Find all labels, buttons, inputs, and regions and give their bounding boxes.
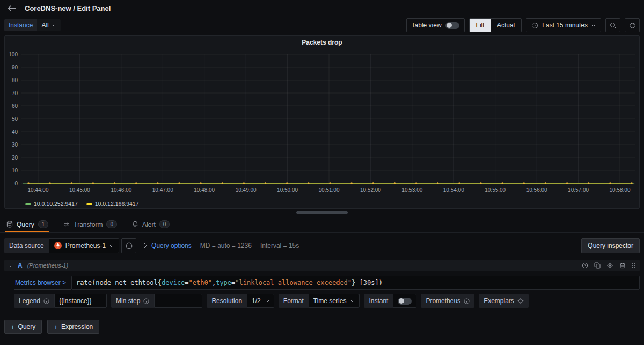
instant-toggle[interactable] [393,294,416,308]
time-series-chart[interactable]: 010203040506070809010010:44:0010:45:0010… [5,49,639,199]
svg-text:10:44:00: 10:44:00 [28,187,49,193]
query-options-row: Legend Min step Resolution 1/2 [14,294,640,308]
table-view-switch[interactable] [445,22,459,29]
format-select[interactable]: Time series [309,294,360,308]
time-range-picker[interactable]: Last 15 minutes [526,18,601,32]
metrics-browser-toggle[interactable]: Metrics browser > [14,276,71,290]
query-editor-body: Metrics browser > rate(node_net_ethtool{… [4,271,640,308]
info-icon [43,298,49,304]
trash-icon[interactable] [619,262,626,269]
svg-text:10:56:00: 10:56:00 [526,187,547,193]
add-query-button[interactable]: + Query [4,320,42,334]
chevron-down-icon[interactable] [8,264,13,267]
tab-query-label: Query [17,221,34,228]
page-header: CoreDNS-new / Edit Panel [0,0,644,16]
query-expression-input[interactable]: rate(node_net_ethtool{device="eth0",type… [71,276,640,290]
metrics-row: Metrics browser > rate(node_net_ethtool{… [14,276,640,290]
min-step-input[interactable] [154,294,202,308]
database-icon [6,221,13,228]
svg-text:80: 80 [12,77,18,83]
tab-alert-label: Alert [142,221,156,228]
chart-panel[interactable]: Packets drop 010203040506070809010010:44… [4,35,640,209]
zoom-out-button[interactable] [605,18,620,32]
svg-text:40: 40 [12,129,18,135]
eye-icon[interactable] [606,262,613,269]
query-row-a: A (Prometheus-1) Metrics browser > rate(… [4,260,640,308]
datasource-bar: Data source Prometheus-1 Query options M… [4,238,640,253]
panel-resize-handle[interactable] [296,211,348,214]
time-range-label: Last 15 minutes [542,21,588,29]
tab-query-count: 1 [38,220,49,228]
svg-text:10:45:00: 10:45:00 [69,187,90,193]
variable-value-dropdown[interactable]: All [37,19,60,31]
variable-value: All [41,21,48,29]
query-ref-id: A [18,262,23,269]
min-step-option: Min step [111,294,202,308]
prometheus-icon [54,242,62,249]
panel-title: Packets drop [5,36,639,49]
query-row-header[interactable]: A (Prometheus-1) [4,260,640,271]
legend-option: Legend [14,294,107,308]
svg-text:60: 60 [12,103,18,109]
query-options-toggle[interactable]: Query options [144,242,192,249]
copy-icon[interactable] [594,262,601,269]
plus-icon: + [54,324,58,330]
tab-alert-count: 0 [159,220,170,228]
refresh-icon [629,22,636,29]
info-icon[interactable] [464,298,470,304]
display-mode-group: Fill Actual [469,18,522,32]
exemplars-label: Exemplars [479,294,529,308]
tab-query[interactable]: Query 1 [5,217,49,232]
actual-button[interactable]: Actual [491,19,521,32]
toolbar: Instance All Table view Fill Actual Last… [0,16,644,34]
add-query-label: Query [18,323,36,330]
editor-tabs: Query 1 Transform 0 Alert 0 [0,217,644,233]
resolution-select[interactable]: 1/2 [247,294,274,308]
resolution-label: Resolution [207,294,247,308]
history-icon[interactable] [582,262,588,269]
svg-text:10:57:00: 10:57:00 [568,187,589,193]
datasource-label: Data source [4,238,49,253]
tab-transform-label: Transform [74,221,103,228]
tab-transform[interactable]: Transform 0 [62,217,118,232]
target-icon[interactable] [517,298,524,304]
svg-text:100: 100 [9,52,18,58]
prometheus-label: Prometheus [421,294,474,308]
variable-picker: Instance All [4,19,61,31]
interval-summary: Interval = 15s [260,242,299,249]
svg-text:10:52:00: 10:52:00 [360,187,381,193]
svg-text:10:51:00: 10:51:00 [319,187,340,193]
table-view-toggle[interactable]: Table view [406,18,465,32]
svg-text:10:53:00: 10:53:00 [401,187,422,193]
query-inspector-button[interactable]: Query inspector [581,238,640,253]
svg-text:90: 90 [12,64,18,70]
tab-alert[interactable]: Alert 0 [131,217,171,232]
arrow-left-icon [8,5,16,12]
legend-label: Legend [14,294,54,308]
info-icon [143,298,149,304]
svg-text:10:46:00: 10:46:00 [111,187,131,193]
legend-format-input[interactable] [54,294,107,308]
back-button[interactable] [8,5,16,12]
add-expression-button[interactable]: + Expression [47,320,99,334]
svg-text:10:55:00: 10:55:00 [485,187,506,193]
fill-button[interactable]: Fill [470,19,491,32]
min-step-label: Min step [111,294,154,308]
datasource-select[interactable]: Prometheus-1 [49,238,119,253]
transform-icon [63,221,70,228]
resolution-option: Resolution 1/2 [207,294,274,308]
svg-text:10:47:00: 10:47:00 [152,187,173,193]
svg-text:20: 20 [12,155,18,161]
chevron-down-icon [52,24,56,27]
view-controls: Table view Fill Actual Last 15 minutes [406,18,640,32]
magnifier-minus-icon [610,22,617,29]
legend-item[interactable]: 10.0.12.166:9417 [86,200,139,207]
legend-item[interactable]: 10.0.10.252:9417 [25,200,78,207]
add-expression-label: Expression [61,323,93,330]
grip-icon[interactable] [632,262,636,269]
svg-text:70: 70 [12,90,18,96]
datasource-info-button[interactable] [121,238,136,253]
refresh-button[interactable] [625,18,640,32]
query-datasource-hint: (Prometheus-1) [27,262,68,269]
format-label: Format [279,294,309,308]
